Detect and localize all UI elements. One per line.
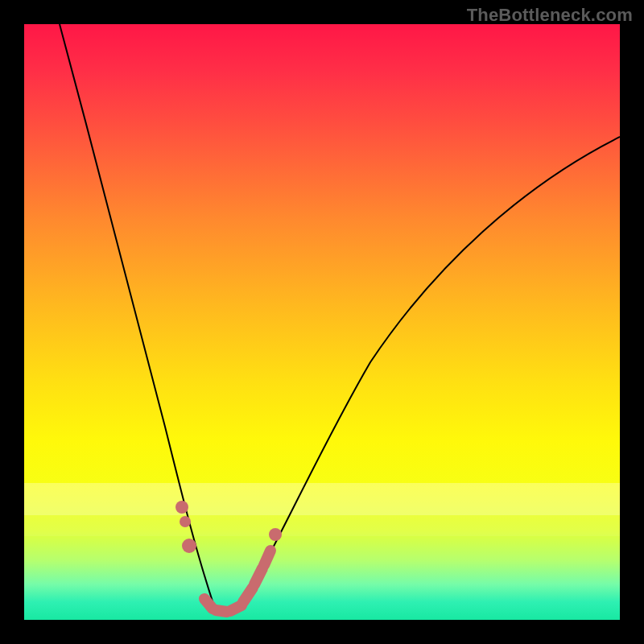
marker-right-rise-1 (243, 588, 253, 602)
marker-left-cluster-mid (180, 516, 191, 527)
bottleneck-curve (60, 24, 620, 616)
marker-right-rise-2 (254, 568, 262, 584)
marker-right-top-dot (269, 528, 282, 541)
chart-frame: TheBottleneck.com (0, 0, 644, 644)
plot-area (24, 24, 620, 620)
marker-left-cluster-bot (182, 539, 196, 553)
watermark-text: TheBottleneck.com (467, 5, 633, 26)
marker-left-cluster-top (175, 501, 188, 514)
curve-svg (24, 24, 620, 620)
marker-right-rise-3 (264, 551, 270, 565)
